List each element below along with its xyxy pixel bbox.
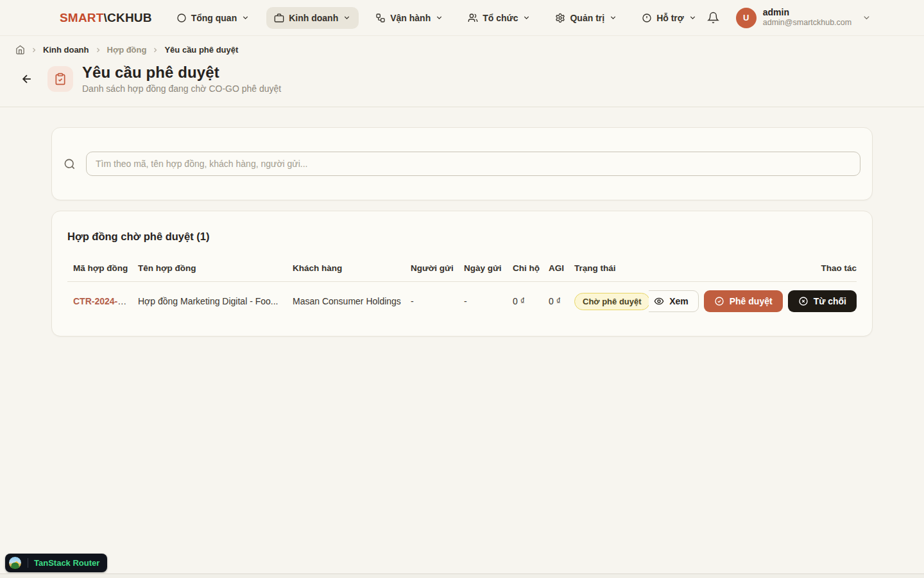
contract-sentdate-cell: - [464,282,513,321]
app-logo[interactable]: SMART\CKHUB [60,11,152,25]
briefcase-icon [274,13,284,23]
view-button[interactable]: Xem [649,290,699,312]
nav-item-ho-tro[interactable]: Hỗ trợ [634,7,705,29]
contract-agi-cell: 0 ₫ [549,282,574,321]
contract-customer-cell: Masan Consumer Holdings [293,282,411,321]
col-nguoi-gui: Người gửi [411,258,464,282]
nav-item-label: Kinh doanh [289,13,338,23]
back-button[interactable] [15,69,38,89]
top-navbar: SMART\CKHUB Tổng quan Kinh doanh Vận hàn… [0,0,924,36]
users-icon [468,13,478,23]
contract-chiho-cell: 0 ₫ [513,282,549,321]
view-button-label: Xem [669,296,689,306]
notifications-button[interactable] [705,9,722,26]
pending-contracts-card: Hợp đồng chờ phê duyệt (1) Mã hợp đồng T… [51,211,873,337]
nav-item-to-chuc[interactable]: Tổ chức [460,7,538,29]
logo-primary: SMART [60,11,104,24]
chevron-down-icon [862,13,871,22]
gear-icon [555,13,565,23]
circle-icon [176,13,187,23]
page-title: Yêu cầu phê duyệt [82,64,281,82]
col-ngay-gui: Ngày gửi [464,258,513,282]
col-ten-hop-dong: Tên hợp đồng [138,258,293,282]
chevron-right-icon [30,46,38,54]
chevron-right-icon [94,46,102,54]
divider [28,558,28,568]
home-icon [15,45,25,55]
clipboard-check-icon [54,73,67,85]
contract-sender-cell: - [411,282,464,321]
reject-button-label: Từ chối [814,296,846,306]
breadcrumb: Kinh doanh Hợp đồng Yêu cầu phê duyệt [0,36,924,61]
col-agi: AGI [549,258,574,282]
nav-item-label: Tổ chức [483,13,518,23]
breadcrumb-item-current: Yêu cầu phê duyệt [164,45,238,55]
breadcrumb-item-hop-dong[interactable]: Hợp đồng [107,45,147,55]
nav-item-label: Quản trị [570,13,604,23]
chevron-right-icon [151,46,159,54]
search-input[interactable] [86,152,860,176]
col-thao-tac: Thao tác [649,258,857,282]
nav-item-label: Hỗ trợ [656,13,684,23]
contracts-table: Mã hợp đồng Tên hợp đồng Khách hàng Ngườ… [67,258,857,320]
bottom-edge-strip [0,574,924,578]
approve-button-label: Phê duyệt [730,296,773,306]
breadcrumb-home[interactable] [15,45,25,55]
col-chi-ho: Chi hộ [513,258,549,282]
page-subtitle: Danh sách hợp đồng đang chờ CO-GO phê du… [82,83,281,94]
contract-name-cell: Hợp đồng Marketing Digital - Foo... [138,282,293,321]
col-trang-thai: Trạng thái [574,258,649,282]
table-row: CTR-2024-003 Hợp đồng Marketing Digital … [67,282,857,321]
page-header: Yêu cầu phê duyệt Danh sách hợp đồng đan… [0,61,924,107]
eye-icon [654,296,664,306]
chevron-down-icon [343,13,351,22]
nav-item-label: Vận hành [390,13,431,23]
user-email: admin@smartckhub.com [763,18,851,28]
status-badge: Chờ phê duyệt [574,293,649,310]
approve-button[interactable]: Phê duyệt [704,290,783,312]
chevron-down-icon [689,13,697,22]
row-actions: Xem Phê duyệt Từ chối [649,290,857,312]
nav-item-van-hanh[interactable]: Vận hành [368,7,451,29]
check-circle-icon [714,296,724,306]
logo-secondary: \CKHUB [104,11,152,24]
tanstack-devtools-toggle[interactable]: TanStack Router [5,554,107,572]
breadcrumb-item-kinh-doanh[interactable]: Kinh doanh [43,45,89,55]
nav-item-tong-quan[interactable]: Tổng quan [169,7,258,29]
help-circle-icon [642,13,652,23]
app-window: SMART\CKHUB Tổng quan Kinh doanh Vận hàn… [0,0,924,578]
nav-item-kinh-doanh[interactable]: Kinh doanh [266,7,359,29]
avatar: U [736,8,757,28]
user-menu[interactable]: U admin admin@smartckhub.com [736,7,871,28]
col-khach-hang: Khách hàng [293,258,411,282]
workflow-icon [375,13,386,23]
chevron-down-icon [609,13,617,22]
x-circle-icon [798,296,809,306]
table-heading: Hợp đồng chờ phê duyệt (1) [67,231,857,243]
chevron-down-icon [522,13,531,22]
search-icon [64,158,76,170]
reject-button[interactable]: Từ chối [788,290,857,312]
table-header-row: Mã hợp đồng Tên hợp đồng Khách hàng Ngườ… [67,258,857,282]
nav-item-quan-tri[interactable]: Quản trị [547,7,625,29]
chevron-down-icon [435,13,443,22]
contract-code-link[interactable]: CTR-2024-003 [73,296,133,306]
nav-item-label: Tổng quan [191,13,237,23]
search-card [51,127,873,200]
bell-icon [707,12,719,24]
devtools-label: TanStack Router [34,558,99,568]
arrow-left-icon [21,73,33,85]
tanstack-logo-icon [8,556,22,570]
main-nav: Tổng quan Kinh doanh Vận hành Tổ chức [169,7,705,29]
user-name: admin [763,7,851,19]
page-icon-tile [47,66,73,92]
col-ma-hop-dong: Mã hợp đồng [67,258,138,282]
chevron-down-icon [241,13,250,22]
